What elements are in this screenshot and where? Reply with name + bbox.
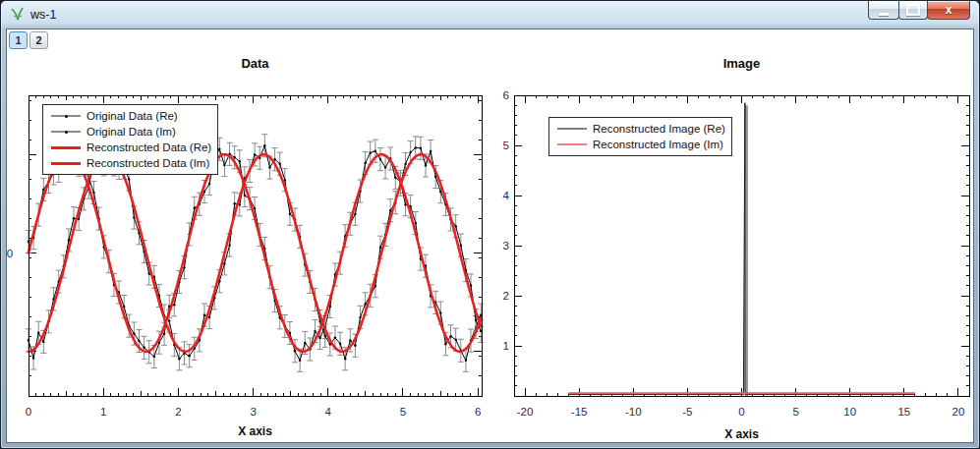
workspace-content: 1 2 01234560-20-15-10-505101520123456 Da… [6, 28, 974, 443]
y-tick-label: 5 [503, 140, 509, 151]
window-title: ws-1 [30, 8, 56, 22]
x-tick-label: -15 [571, 406, 588, 418]
window-controls: x [869, 1, 970, 20]
minimize-button[interactable] [868, 1, 899, 20]
data-plot-legend: Original Data (Re) Original Data (Im) Re… [42, 104, 218, 175]
x-tick-label: 10 [843, 406, 856, 418]
x-tick-label: 5 [792, 406, 798, 418]
app-window: ws-1 x 1 2 01234560-20-15-10-50510152012… [0, 0, 980, 449]
legend-item: Reconstructed Data (Re) [45, 140, 211, 155]
close-icon: x [946, 2, 952, 18]
legend-item: Original Data (Im) [45, 124, 211, 140]
legend-item: Reconstructed Data (Im) [45, 155, 211, 171]
y-tick-label: 3 [503, 240, 509, 252]
image-plot-legend: Reconstructed Image (Re) Reconstructed I… [548, 117, 732, 156]
x-tick-label: 0 [738, 406, 744, 418]
x-tick-label: 6 [475, 406, 481, 418]
x-tick-label: 0 [26, 406, 31, 418]
tab-1[interactable]: 1 [9, 31, 28, 49]
series-marker-icon [45, 131, 86, 133]
mantid-logo-icon [10, 7, 26, 23]
x-tick-label: -10 [625, 406, 642, 418]
window-frame: ws-1 x 1 2 01234560-20-15-10-50510152012… [1, 1, 979, 448]
tab-bar: 1 2 [9, 31, 48, 49]
plot-area: 01234560-20-15-10-505101520123456 Data I… [7, 29, 973, 442]
data-line-0 [29, 142, 481, 360]
curve-2 [29, 154, 481, 352]
x-tick-label: 20 [952, 406, 965, 418]
x-tick-label: 4 [325, 406, 332, 418]
x-tick-label: 5 [400, 406, 406, 418]
data-line-1 [29, 145, 481, 359]
image-plot-xaxis-label: X axis [514, 427, 969, 441]
x-tick-label: 15 [897, 406, 910, 418]
y-tick-label: 2 [503, 290, 509, 302]
data-plot-title: Data [29, 56, 482, 71]
series-line-icon [551, 143, 593, 145]
legend-item: Reconstructed Image (Im) [551, 137, 725, 152]
title-bar[interactable]: ws-1 x [1, 1, 979, 28]
y-tick-label: 4 [503, 190, 510, 201]
legend-item: Reconstructed Image (Re) [551, 121, 725, 137]
y-tick-label: 1 [503, 340, 509, 352]
series-line-icon [45, 162, 86, 165]
series-marker-icon [45, 115, 86, 117]
x-tick-label: -20 [517, 406, 534, 418]
curve-3 [29, 154, 481, 352]
x-tick-label: -5 [682, 406, 692, 418]
x-tick-label: 2 [175, 406, 181, 418]
data-plot-xaxis-label: X axis [29, 424, 482, 438]
tab-2[interactable]: 2 [29, 31, 48, 49]
close-button[interactable]: x [927, 1, 970, 20]
y-tick-label: 0 [7, 248, 13, 259]
maximize-button[interactable] [898, 1, 928, 20]
x-tick-label: 1 [100, 406, 106, 418]
legend-item: Original Data (Re) [45, 108, 211, 124]
minimize-icon [879, 13, 889, 16]
y-tick-label: 6 [503, 89, 509, 101]
plot-canvas[interactable]: 01234560-20-15-10-505101520123456 [7, 29, 975, 444]
x-tick-label: 3 [250, 406, 256, 418]
image-plot-title: Image [514, 56, 969, 71]
series-line-icon [551, 128, 593, 130]
series-line-icon [45, 146, 86, 149]
maximize-icon [906, 4, 920, 16]
